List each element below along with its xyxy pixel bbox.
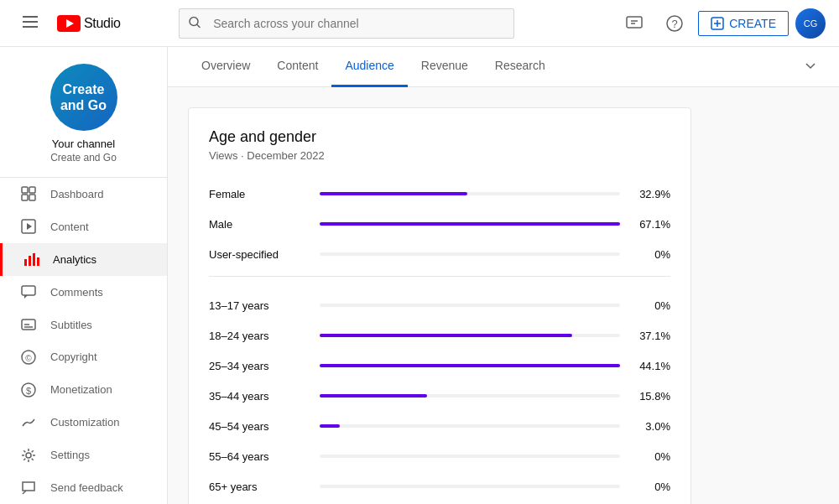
bar-track (320, 334, 620, 337)
subtitles-label: Subtitles (50, 319, 92, 331)
bar-pct: 0% (630, 299, 670, 312)
svg-line-6 (197, 24, 200, 27)
bar-pct: 15.8% (630, 390, 670, 403)
bar-label: Female (209, 188, 310, 200)
bar-row: User-specified0% (209, 239, 670, 269)
dashboard-label: Dashboard (50, 188, 104, 200)
bar-row: 35–44 years15.8% (209, 381, 670, 411)
avatar[interactable]: CG (795, 8, 826, 39)
tab-dropdown-button[interactable] (802, 57, 819, 76)
header-right: ? CREATE CG (618, 7, 826, 40)
settings-label: Settings (50, 449, 90, 461)
sidebar-item-settings[interactable]: Settings (0, 439, 167, 471)
card-subtitle: Views · December 2022 (209, 149, 670, 162)
bar-label: 35–44 years (209, 390, 310, 403)
bar-fill (320, 394, 427, 397)
content-icon (20, 218, 37, 235)
svg-rect-15 (22, 187, 28, 193)
channel-handle: Create and Go (50, 152, 117, 164)
search-input[interactable] (179, 8, 514, 39)
copyright-label: Copyright (50, 351, 97, 363)
send-feedback-label: Send feedback (50, 481, 123, 494)
tab-overview[interactable]: Overview (188, 47, 263, 87)
bar-fill (320, 192, 467, 195)
bar-pct: 0% (630, 450, 670, 463)
age-gender-card: Age and gender Views · December 2022 Fem… (188, 107, 691, 504)
bar-fill (320, 424, 340, 428)
svg-rect-17 (22, 195, 28, 200)
bar-pct: 0% (630, 481, 670, 493)
sidebar-item-copyright[interactable]: © Copyright (0, 341, 167, 374)
bar-label: 45–54 years (209, 420, 310, 433)
bar-pct: 3.0% (630, 420, 670, 433)
bar-track (320, 394, 620, 397)
sidebar-item-subtitles[interactable]: Subtitles (0, 309, 167, 341)
chevron-down-icon (802, 57, 819, 74)
sidebar-item-comments[interactable]: Comments (0, 276, 167, 309)
avatar-initials: CG (804, 18, 818, 29)
bar-pct: 0% (630, 248, 670, 261)
bar-row: 13–17 years0% (209, 290, 670, 320)
svg-rect-0 (23, 16, 38, 18)
svg-text:©: © (25, 353, 32, 362)
svg-marker-20 (27, 223, 32, 230)
sidebar-item-analytics[interactable]: Analytics (0, 243, 167, 276)
sidebar-item-content[interactable]: Content (0, 210, 167, 243)
copyright-icon: © (20, 349, 37, 366)
dashboard-icon (20, 185, 37, 202)
menu-button[interactable] (13, 7, 47, 40)
sidebar-item-customization[interactable]: Customization (0, 406, 167, 439)
svg-rect-1 (23, 21, 38, 23)
bar-label: 55–64 years (209, 450, 310, 463)
svg-point-34 (26, 453, 31, 458)
bar-row: 25–34 years44.1% (209, 351, 670, 381)
bar-label: 18–24 years (209, 330, 310, 342)
bar-track (320, 364, 620, 367)
bar-track (320, 424, 620, 428)
bar-track (320, 192, 620, 195)
bar-label: 13–17 years (209, 299, 310, 312)
svg-rect-22 (29, 256, 31, 266)
bar-row: 55–64 years0% (209, 441, 670, 471)
subtitles-icon (20, 316, 37, 333)
svg-rect-16 (29, 187, 35, 193)
bar-pct: 67.1% (630, 218, 670, 231)
customization-label: Customization (50, 416, 119, 429)
help-button[interactable]: ? (658, 7, 691, 40)
analytics-label: Analytics (53, 253, 96, 266)
analytics-icon (23, 251, 39, 268)
bar-fill (320, 334, 572, 337)
sidebar-item-monetization[interactable]: $ Monetization (0, 373, 167, 406)
send-feedback-button[interactable]: Send feedback (0, 471, 167, 504)
bar-track (320, 222, 620, 226)
bar-track (320, 455, 620, 458)
svg-rect-25 (22, 286, 35, 295)
tab-revenue[interactable]: Revenue (408, 47, 482, 87)
content-area: Overview Content Audience Revenue Resear… (168, 47, 839, 504)
header: Studio ? (0, 0, 839, 47)
bar-fill (320, 364, 620, 367)
svg-rect-23 (33, 253, 35, 266)
bar-pct: 32.9% (630, 188, 670, 200)
channel-avatar[interactable]: Create and Go (50, 64, 117, 131)
divider (209, 276, 670, 277)
sidebar: Create and Go Your channel Create and Go… (0, 47, 168, 504)
tab-audience[interactable]: Audience (331, 47, 407, 87)
tab-content[interactable]: Content (263, 47, 331, 87)
svg-text:$: $ (26, 385, 31, 395)
bar-row: 18–24 years37.1% (209, 320, 670, 351)
comments-icon (20, 283, 37, 300)
bar-label: User-specified (209, 248, 310, 261)
svg-rect-2 (23, 26, 38, 28)
help-icon: ? (665, 14, 684, 33)
sidebar-item-dashboard[interactable]: Dashboard (0, 178, 167, 210)
tab-research[interactable]: Research (482, 47, 559, 87)
youtube-logo-icon (57, 15, 81, 32)
feedback-icon-button[interactable] (618, 7, 651, 40)
bar-pct: 44.1% (630, 360, 670, 372)
create-button[interactable]: CREATE (698, 11, 789, 36)
content-label: Content (50, 221, 89, 233)
bar-row: 65+ years0% (209, 471, 670, 501)
svg-rect-21 (24, 259, 27, 266)
card-title: Age and gender (209, 128, 670, 146)
